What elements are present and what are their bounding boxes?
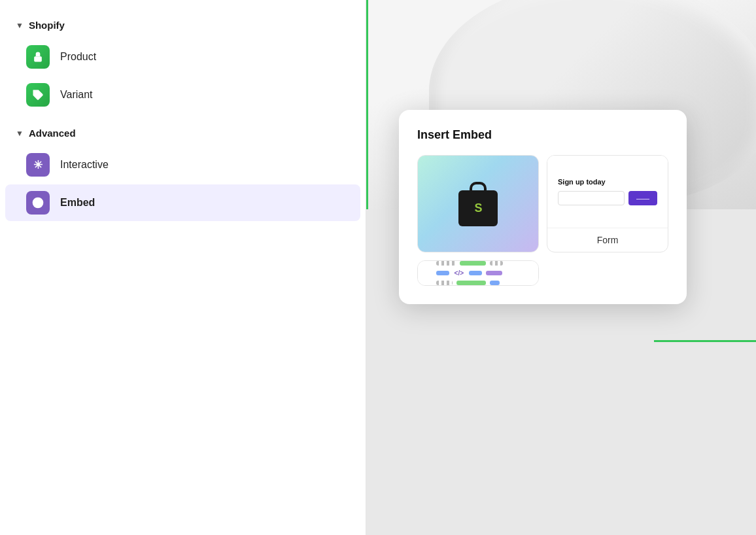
advanced-section-header[interactable]: ▼ Advanced: [0, 121, 366, 145]
code-icon: [31, 196, 44, 209]
code-row-3: [436, 281, 521, 285]
variant-icon-box: [26, 83, 50, 107]
lock-icon: [31, 50, 44, 63]
form-label: Form: [547, 228, 668, 252]
custom-liquid-label: Custom Liquid: [418, 285, 538, 286]
app-island-card[interactable]: S App island: [417, 155, 539, 252]
form-preview-content: Sign up today ——: [547, 156, 668, 228]
bag-body: S: [458, 190, 498, 226]
product-icon-box: [26, 45, 50, 69]
advanced-chevron-icon: ▼: [16, 129, 24, 138]
form-preview-button: ——: [628, 191, 657, 205]
sidebar-item-embed[interactable]: Embed: [5, 184, 360, 221]
app-island-preview: S: [418, 156, 538, 252]
code-lines-container: </>: [436, 261, 521, 285]
sidebar-item-variant[interactable]: Variant: [5, 77, 360, 113]
sidebar-item-product[interactable]: Product: [5, 39, 360, 75]
svg-rect-0: [34, 56, 42, 61]
custom-liquid-card[interactable]: </> Custom Liquid: [417, 260, 539, 286]
form-preview-input: [558, 191, 625, 205]
shopify-bag-icon: S: [458, 182, 498, 226]
interactive-label: Interactive: [60, 159, 109, 171]
tag-icon: [31, 88, 44, 101]
product-label: Product: [60, 51, 96, 63]
modal-title: Insert Embed: [417, 128, 668, 142]
sidebar: ▼ Shopify Product Variant ▼ Advanced: [0, 0, 366, 535]
advanced-section-label: Advanced: [29, 128, 76, 139]
insert-embed-modal: Insert Embed S App island Sign up today: [399, 110, 687, 304]
shopify-section-header[interactable]: ▼ Shopify: [0, 13, 366, 37]
embed-grid: S App island Sign up today —— Form: [417, 155, 668, 286]
code-row-2: </>: [436, 269, 521, 277]
variant-label: Variant: [60, 89, 93, 101]
form-preview: Sign up today ——: [547, 156, 668, 228]
asterisk-icon: ✳: [31, 158, 44, 171]
svg-text:✳: ✳: [33, 159, 43, 171]
svg-point-1: [35, 92, 37, 94]
green-horizontal-line: [654, 340, 756, 342]
code-row-1: [436, 261, 521, 266]
right-panel: Insert Embed S App island Sign up today: [366, 0, 756, 535]
sidebar-item-interactive[interactable]: ✳ Interactive: [5, 147, 360, 183]
interactive-icon-box: ✳: [26, 153, 50, 177]
green-vertical-line: [366, 0, 368, 209]
embed-icon-box: [26, 191, 50, 215]
app-island-label: App island: [418, 252, 538, 252]
shopify-section-label: Shopify: [29, 20, 65, 31]
shopify-chevron-icon: ▼: [16, 21, 24, 30]
custom-liquid-preview: </>: [418, 261, 538, 285]
form-preview-title: Sign up today: [558, 178, 606, 186]
form-card[interactable]: Sign up today —— Form: [547, 155, 668, 252]
embed-label: Embed: [60, 197, 95, 209]
code-tag: </>: [455, 269, 464, 277]
form-preview-row: ——: [558, 191, 657, 205]
